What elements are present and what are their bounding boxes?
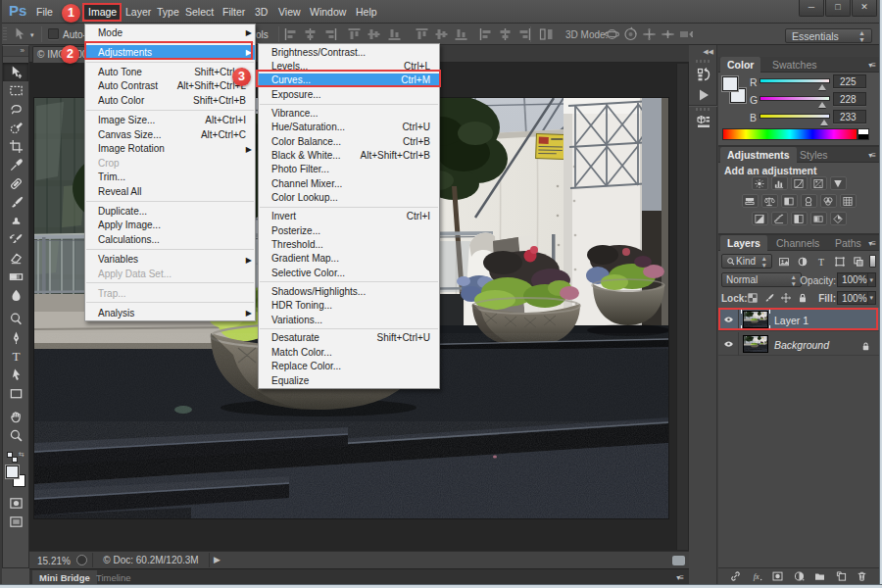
menu-item-vibrance[interactable]: Vibrance...	[259, 106, 439, 120]
menubar-item-window[interactable]: Window	[306, 4, 350, 20]
auto-align-layers-button[interactable]	[538, 26, 555, 42]
shape-tool[interactable]	[3, 384, 28, 403]
menu-item-calculations[interactable]: Calculations...	[85, 232, 255, 247]
layer-row-background[interactable]: Background	[718, 332, 879, 356]
adjustment-gradient-map-button[interactable]	[810, 212, 827, 225]
adjustment-exposure-button[interactable]	[810, 176, 827, 190]
swap-colors-control[interactable]: ⇆	[3, 451, 28, 465]
align-vertical-centers-button[interactable]	[366, 26, 382, 42]
filter-shape-layers-button[interactable]	[833, 255, 847, 268]
distribute-horizontal-centers-button[interactable]	[497, 26, 514, 42]
layer-visibility-eye-icon[interactable]	[718, 308, 739, 331]
path-selection-tool[interactable]	[3, 366, 28, 384]
menu-item-match-color[interactable]: Match Color...	[259, 345, 439, 359]
quick-selection-tool[interactable]	[3, 119, 28, 137]
photoshop-logo[interactable]: Ps	[9, 2, 26, 19]
menu-item-channel-mixer[interactable]: Channel Mixer...	[259, 176, 439, 190]
new-adjustment-layer-button[interactable]	[792, 570, 806, 583]
menu-item-shadows-highlights[interactable]: Shadows/Highlights...	[259, 284, 439, 298]
bottom-tab-mini-bridge[interactable]: Mini Bridge	[32, 570, 97, 585]
menubar-item-3d[interactable]: 3D	[251, 4, 271, 20]
tab-styles[interactable]: Styles	[793, 147, 835, 163]
menu-item-apply-image[interactable]: Apply Image...	[85, 219, 255, 233]
dodge-tool[interactable]	[3, 310, 28, 328]
eraser-tool[interactable]	[3, 249, 28, 268]
move-tool[interactable]	[3, 63, 28, 81]
menu-item-apply-data-set[interactable]: Apply Data Set...	[85, 267, 255, 281]
adjustment-levels-button[interactable]	[771, 176, 788, 190]
opacity-value[interactable]: 100%▼	[837, 272, 876, 287]
menubar-item-select[interactable]: Select	[181, 4, 218, 20]
menu-item-mode[interactable]: Mode▶	[85, 25, 255, 40]
adjustment-channel-mixer-button[interactable]	[820, 194, 837, 208]
align-left-edges-button[interactable]	[282, 26, 299, 42]
dock-collapse-icon[interactable]: ◀◀	[703, 48, 713, 56]
canvas-scrollbar[interactable]	[676, 64, 688, 550]
actions-panel-icon[interactable]	[693, 85, 713, 105]
tab-paths[interactable]: Paths	[828, 235, 868, 251]
channel-slider-handle[interactable]	[818, 84, 826, 90]
menu-item-canvas-size[interactable]: Canvas Size...Alt+Ctrl+C	[85, 127, 255, 142]
dock-grip[interactable]	[696, 108, 710, 111]
menu-item-crop[interactable]: Crop	[85, 156, 255, 171]
status-flyout-icon[interactable]: ▶	[214, 555, 220, 564]
lock-all-button[interactable]	[796, 291, 809, 304]
clone-stamp-tool[interactable]	[3, 212, 28, 230]
new-layer-button[interactable]	[834, 570, 848, 583]
layer-filter-toggle[interactable]	[869, 255, 876, 268]
lock-transparent-pixels-button[interactable]	[746, 291, 760, 304]
menu-item-brightness-contrast[interactable]: Brightness/Contrast...	[259, 45, 439, 59]
delete-layer-trash-button[interactable]	[856, 570, 869, 583]
color-panel-menu-icon[interactable]: ▾≡	[868, 61, 875, 70]
menu-item-posterize[interactable]: Posterize...	[259, 223, 439, 237]
channel-slider-g[interactable]	[760, 96, 830, 101]
3d-camera-button[interactable]	[678, 26, 695, 42]
lasso-tool[interactable]	[3, 100, 28, 119]
add-layer-mask-button[interactable]	[771, 570, 785, 583]
menu-item-variables[interactable]: Variables▶	[85, 252, 255, 267]
spectrum-bw-swatches[interactable]	[858, 128, 869, 140]
menu-item-hdr-toning[interactable]: HDR Toning...	[259, 298, 439, 312]
3d-pan-button[interactable]	[641, 26, 658, 42]
channel-value-b[interactable]: 233	[833, 110, 866, 123]
adjustment-posterize-button[interactable]	[771, 212, 788, 225]
menubar-item-layer[interactable]: Layer	[122, 4, 155, 20]
menu-item-trap[interactable]: Trap...	[85, 286, 255, 301]
menu-item-gradient-map[interactable]: Gradient Map...	[259, 252, 439, 266]
adjustment-selective-color-button[interactable]	[830, 212, 847, 225]
menubar-item-file[interactable]: File	[32, 4, 57, 20]
layer-visibility-eye-icon[interactable]	[718, 332, 739, 356]
menu-item-hue-saturation[interactable]: Hue/Saturation...Ctrl+U	[259, 121, 439, 134]
menu-item-auto-color[interactable]: Auto ColorShift+Ctrl+B	[85, 93, 255, 108]
menubar-item-help[interactable]: Help	[352, 4, 381, 20]
menubar-item-view[interactable]: View	[274, 4, 305, 20]
menubar-item-filter[interactable]: Filter	[219, 4, 249, 20]
align-horizontal-centers-button[interactable]	[302, 26, 318, 42]
threed-panel-icon[interactable]	[693, 112, 713, 131]
adjustment-curves-button[interactable]	[791, 176, 808, 190]
menu-item-image-size[interactable]: Image Size...Alt+Ctrl+I	[85, 113, 255, 127]
layer-filter-kind-dropdown[interactable]: Kind▲▼	[721, 254, 772, 269]
adjustment-color-balance-button[interactable]	[761, 194, 778, 208]
marquee-tool[interactable]	[3, 81, 28, 100]
menu-item-image-rotation[interactable]: Image Rotation▶	[85, 141, 255, 156]
tab-adjustments[interactable]: Adjustments	[720, 147, 797, 163]
layer-thumbnail[interactable]	[744, 312, 767, 327]
eyedropper-tool[interactable]	[3, 156, 28, 174]
preset-caret-icon[interactable]: ▾	[30, 31, 34, 39]
gradient-tool[interactable]	[3, 268, 28, 286]
filter-type-layers-button[interactable]: T	[814, 255, 828, 268]
channel-slider-r[interactable]	[760, 78, 830, 83]
channel-slider-b[interactable]	[760, 114, 830, 119]
menu-item-color-balance[interactable]: Color Balance...Ctrl+B	[259, 134, 439, 148]
tab-layers[interactable]: Layers	[720, 235, 767, 251]
bottom-tab-timeline[interactable]: Timeline	[89, 570, 138, 585]
distribute-vertical-centers-button[interactable]	[433, 26, 450, 42]
adjustment-threshold-button[interactable]	[791, 212, 808, 225]
toolbar-collapse-icon[interactable]: »	[3, 46, 28, 57]
minimize-button[interactable]: ─	[799, 0, 824, 17]
hand-tool[interactable]	[3, 408, 28, 426]
tab-color[interactable]: Color	[720, 57, 760, 73]
channel-slider-handle[interactable]	[820, 120, 828, 125]
filter-pixel-layers-button[interactable]	[777, 255, 791, 268]
